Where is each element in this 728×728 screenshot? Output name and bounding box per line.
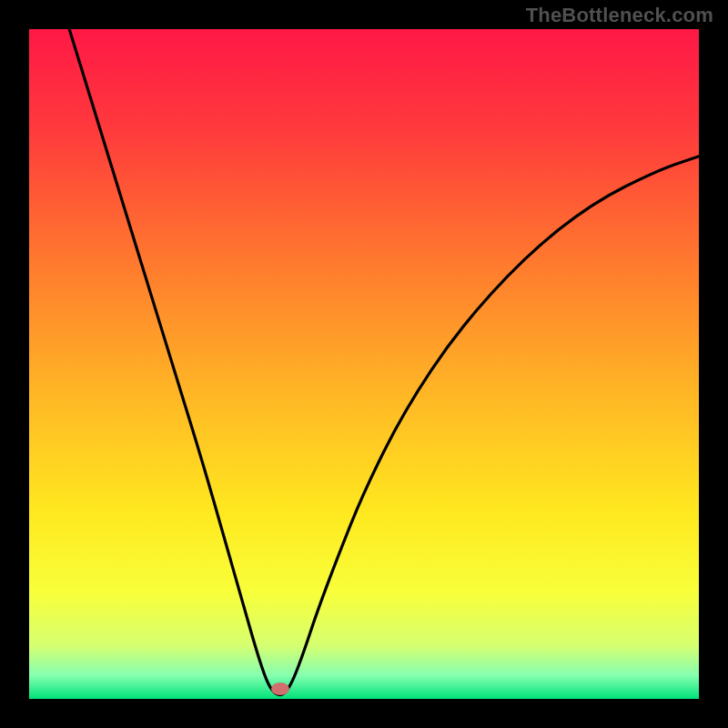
- optimum-marker: [271, 682, 289, 695]
- chart-stage: TheBottleneck.com: [0, 0, 728, 728]
- bottleneck-chart: [0, 0, 728, 728]
- plot-background: [29, 29, 699, 699]
- watermark-text: TheBottleneck.com: [526, 4, 713, 27]
